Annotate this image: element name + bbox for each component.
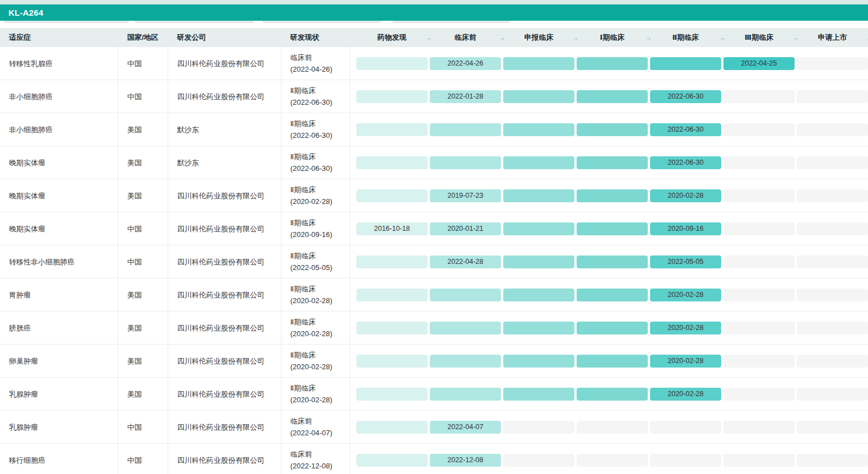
table-row[interactable]: 膀胱癌美国四川科伦药业股份有限公司Ⅱ期临床(2020-02-28)2020-02… xyxy=(0,312,868,345)
stage-bar-dated[interactable]: 2022-06-30 xyxy=(650,156,721,169)
stage-bar-dated[interactable]: 2022-06-30 xyxy=(650,123,721,136)
stage-bar-empty[interactable] xyxy=(723,322,795,334)
table-row[interactable]: 转移性乳腺癌中国四川科伦药业股份有限公司临床前(2022-04-26)2022-… xyxy=(0,47,868,80)
stage-bar-dated[interactable]: 2022-06-30 xyxy=(650,90,721,103)
stage-bar-empty[interactable] xyxy=(503,454,574,467)
stage-bar-filled[interactable] xyxy=(577,322,648,334)
stage-bar-empty[interactable] xyxy=(503,421,574,434)
stage-bar-filled[interactable] xyxy=(356,90,428,103)
table-row[interactable]: 晚期实体瘤美国四川科伦药业股份有限公司Ⅱ期临床(2020-02-28)2019-… xyxy=(0,179,868,212)
stage-bar-dated[interactable]: 2022-04-25 xyxy=(723,57,795,70)
stage-bar-filled[interactable] xyxy=(356,189,428,202)
table-row[interactable]: 卵巢肿瘤美国四川科伦药业股份有限公司Ⅱ期临床(2020-02-28)2020-0… xyxy=(0,345,868,378)
stage-bar-empty[interactable] xyxy=(723,222,795,235)
stage-bar-filled[interactable] xyxy=(430,156,501,169)
stage-bar-empty[interactable] xyxy=(723,355,795,368)
stage-bar-filled[interactable] xyxy=(577,388,648,401)
stage-bar-dated[interactable]: 2020-02-28 xyxy=(650,289,721,301)
stage-bar-empty[interactable] xyxy=(797,421,868,434)
stage-bar-empty[interactable] xyxy=(797,90,868,103)
stage-bar-empty[interactable] xyxy=(650,421,721,434)
stage-bar-filled[interactable] xyxy=(356,123,428,136)
stage-bar-filled[interactable] xyxy=(577,355,648,368)
stage-bar-empty[interactable] xyxy=(723,123,795,136)
stage-bar-empty[interactable] xyxy=(797,322,868,334)
stage-bar-empty[interactable] xyxy=(723,421,795,434)
stage-bar-dated[interactable]: 2022-01-28 xyxy=(430,90,501,103)
stage-bar-dated[interactable]: 2020-01-21 xyxy=(430,222,501,235)
stage-bar-filled[interactable] xyxy=(577,222,648,235)
stage-bar-dated[interactable]: 2020-09-16 xyxy=(650,222,721,235)
stage-bar-filled[interactable] xyxy=(650,57,721,70)
stage-bar-filled[interactable] xyxy=(503,289,574,301)
stage-bar-dated[interactable]: 2019-07-23 xyxy=(430,189,501,202)
stage-bar-filled[interactable] xyxy=(356,255,428,268)
stage-bar-empty[interactable] xyxy=(797,156,868,169)
stage-bar-empty[interactable] xyxy=(723,454,795,467)
stage-bar-empty[interactable] xyxy=(723,255,795,268)
stage-bar-filled[interactable] xyxy=(356,156,428,169)
stage-bar-filled[interactable] xyxy=(577,123,648,136)
stage-bar-filled[interactable] xyxy=(430,123,501,136)
stage-bar-filled[interactable] xyxy=(503,189,574,202)
stage-bar-dated[interactable]: 2020-02-28 xyxy=(650,355,721,368)
stage-bar-filled[interactable] xyxy=(503,355,574,368)
stage-bar-empty[interactable] xyxy=(797,57,868,70)
stage-bar-empty[interactable] xyxy=(797,222,868,235)
stage-bar-dated[interactable]: 2022-04-28 xyxy=(430,255,501,268)
stage-bar-dated[interactable]: 2016-10-18 xyxy=(356,222,428,235)
stage-bar-filled[interactable] xyxy=(503,322,574,334)
stage-bar-empty[interactable] xyxy=(723,156,795,169)
table-row[interactable]: 乳腺肿瘤美国四川科伦药业股份有限公司Ⅱ期临床(2020-02-28)2020-0… xyxy=(0,378,868,411)
stage-bar-empty[interactable] xyxy=(797,454,868,467)
stage-bar-filled[interactable] xyxy=(356,388,428,401)
stage-bar-filled[interactable] xyxy=(430,322,501,334)
stage-bar-filled[interactable] xyxy=(577,255,648,268)
stage-bar-empty[interactable] xyxy=(797,189,868,202)
stage-bar-filled[interactable] xyxy=(503,90,574,103)
stage-bar-empty[interactable] xyxy=(577,421,648,434)
table-row[interactable]: 移行细胞癌中国四川科伦药业股份有限公司临床前(2022-12-08)2022-1… xyxy=(0,444,868,474)
stage-bar-filled[interactable] xyxy=(577,57,648,70)
stage-bar-filled[interactable] xyxy=(356,57,428,70)
stage-bar-filled[interactable] xyxy=(503,222,574,235)
stage-bar-filled[interactable] xyxy=(356,421,428,434)
stage-bar-dated[interactable]: 2022-04-07 xyxy=(430,421,501,434)
stage-bar-empty[interactable] xyxy=(797,289,868,301)
stage-bar-empty[interactable] xyxy=(797,255,868,268)
table-row[interactable]: 胃肿瘤美国四川科伦药业股份有限公司Ⅱ期临床(2020-02-28)2020-02… xyxy=(0,278,868,312)
stage-bar-filled[interactable] xyxy=(356,454,428,467)
stage-bar-filled[interactable] xyxy=(577,90,648,103)
stage-bar-empty[interactable] xyxy=(723,388,795,401)
stage-bar-empty[interactable] xyxy=(797,388,868,401)
table-row[interactable]: 乳腺肿瘤中国四川科伦药业股份有限公司临床前(2022-04-07)2022-04… xyxy=(0,411,868,444)
stage-bar-filled[interactable] xyxy=(356,289,428,301)
table-row[interactable]: 非小细胞肺癌美国默沙东Ⅱ期临床(2022-06-30)2022-06-30 xyxy=(0,113,868,146)
stage-bar-dated[interactable]: 2022-05-05 xyxy=(650,255,721,268)
stage-bar-filled[interactable] xyxy=(356,322,428,334)
table-row[interactable]: 晚期实体瘤美国默沙东Ⅱ期临床(2022-06-30)2022-06-30 xyxy=(0,146,868,179)
stage-bar-filled[interactable] xyxy=(503,156,574,169)
table-row[interactable]: 转移性非小细胞肺癌中国四川科伦药业股份有限公司Ⅱ期临床(2022-05-05)2… xyxy=(0,245,868,278)
stage-bar-dated[interactable]: 2022-12-08 xyxy=(430,454,501,467)
stage-bar-empty[interactable] xyxy=(577,454,648,467)
stage-bar-filled[interactable] xyxy=(430,388,501,401)
stage-bar-filled[interactable] xyxy=(503,57,574,70)
stage-bar-empty[interactable] xyxy=(723,189,795,202)
stage-bar-filled[interactable] xyxy=(356,355,428,368)
stage-bar-filled[interactable] xyxy=(577,289,648,301)
stage-bar-empty[interactable] xyxy=(723,90,795,103)
stage-bar-filled[interactable] xyxy=(430,289,501,301)
stage-bar-empty[interactable] xyxy=(723,289,795,301)
stage-bar-filled[interactable] xyxy=(503,388,574,401)
stage-bar-filled[interactable] xyxy=(503,255,574,268)
stage-bar-filled[interactable] xyxy=(430,355,501,368)
stage-bar-dated[interactable]: 2020-02-28 xyxy=(650,322,721,334)
stage-bar-empty[interactable] xyxy=(650,454,721,467)
stage-bar-empty[interactable] xyxy=(797,355,868,368)
stage-bar-filled[interactable] xyxy=(577,189,648,202)
stage-bar-dated[interactable]: 2020-02-28 xyxy=(650,189,721,202)
stage-bar-dated[interactable]: 2020-02-28 xyxy=(650,388,721,401)
table-row[interactable]: 非小细胞肺癌中国四川科伦药业股份有限公司Ⅱ期临床(2022-06-30)2022… xyxy=(0,80,868,113)
table-row[interactable]: 晚期实体瘤中国四川科伦药业股份有限公司Ⅱ期临床(2020-09-16)2016-… xyxy=(0,212,868,245)
